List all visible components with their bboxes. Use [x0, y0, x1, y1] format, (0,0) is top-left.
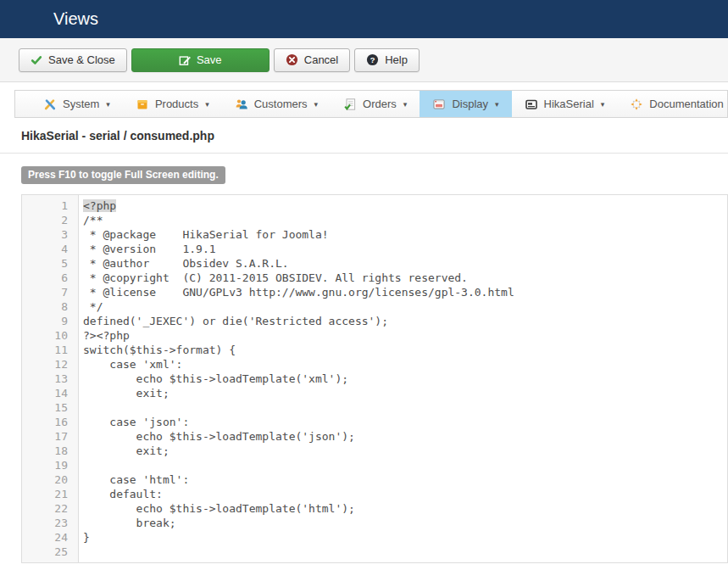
app-header: Views	[0, 0, 728, 38]
line-number: 5	[22, 256, 68, 271]
code-line[interactable]: defined('_JEXEC') or die('Restricted acc…	[83, 314, 727, 328]
component-menubar: System▾Products▾Customers▾Orders▾Display…	[14, 90, 728, 118]
line-number: 21	[22, 487, 68, 501]
help-button[interactable]: ?Help	[354, 48, 420, 72]
chevron-down-icon: ▾	[205, 100, 209, 109]
menu-item-label: Products	[155, 98, 198, 110]
line-number: 7	[22, 285, 68, 299]
help-icon: ?	[366, 53, 379, 66]
highlighted-token: <?php	[83, 199, 116, 212]
code-line[interactable]: * @author Obsidev S.A.R.L.	[83, 256, 727, 271]
chevron-down-icon: ▾	[106, 100, 110, 109]
line-number: 24	[22, 530, 68, 545]
code-line[interactable]: * @license GNU/GPLv3 http://www.gnu.org/…	[83, 285, 727, 299]
check-icon	[31, 54, 42, 66]
line-number: 14	[22, 386, 68, 400]
line-number: 23	[22, 516, 68, 530]
chevron-down-icon: ▾	[314, 100, 319, 109]
cancel-icon	[286, 53, 298, 66]
view-file-heading: HikaSerial - serial / consumed.php	[21, 129, 728, 142]
menu-item-documentation[interactable]: Documentation▾	[617, 91, 728, 117]
code-line[interactable]	[83, 458, 727, 472]
menu-item-label: Orders	[363, 98, 397, 110]
code-line[interactable]: echo $this->loadTemplate('html');	[83, 501, 727, 516]
menu-item-label: System	[63, 98, 99, 110]
chevron-down-icon: ▾	[601, 100, 605, 109]
line-number: 22	[22, 501, 68, 516]
line-number: 4	[22, 242, 68, 256]
code-line[interactable]: case 'xml':	[83, 357, 727, 372]
pinwheel-icon	[630, 98, 643, 111]
toolbar: Save & CloseSaveCancel?Help	[0, 38, 728, 82]
code-line[interactable]: echo $this->loadTemplate('json');	[83, 429, 727, 444]
menu-item-label: Customers	[254, 98, 308, 110]
line-number: 13	[22, 372, 68, 386]
line-number: 11	[22, 343, 68, 357]
code-line[interactable]: case 'json':	[83, 415, 727, 429]
code-line[interactable]: * @version 1.9.1	[83, 242, 727, 256]
save-close-button[interactable]: Save & Close	[19, 48, 127, 72]
code-line[interactable]: break;	[83, 516, 727, 530]
menu-item-customers[interactable]: Customers▾	[222, 91, 331, 117]
save-button[interactable]: Save	[131, 48, 270, 72]
code-line[interactable]: case 'html':	[83, 472, 727, 487]
code-line[interactable]	[83, 545, 727, 559]
pencil-icon	[179, 54, 191, 66]
heading-divider	[0, 153, 728, 154]
menu-item-label: Documentation	[649, 98, 723, 110]
line-number: 3	[22, 227, 68, 242]
display-icon	[432, 98, 446, 111]
code-line[interactable]: * @copyright (C) 2011-2015 OBSIDEV. All …	[83, 271, 727, 285]
code-line[interactable]: <?php	[83, 198, 727, 213]
chevron-down-icon: ▾	[403, 100, 408, 109]
monitor-icon	[525, 98, 538, 111]
users-icon	[235, 98, 248, 111]
menu-item-products[interactable]: Products▾	[123, 91, 222, 117]
menu-item-hikaserial[interactable]: HikaSerial▾	[512, 91, 618, 117]
code-line[interactable]: exit;	[83, 444, 727, 458]
menu-item-display[interactable]: Display▾	[420, 91, 511, 117]
menu-item-label: Display	[452, 98, 488, 110]
button-label: Save & Close	[48, 53, 115, 66]
editor-code-area[interactable]: <?php/** * @package HikaSerial for Jooml…	[79, 195, 727, 562]
tools-icon	[43, 98, 57, 111]
code-line[interactable]: default:	[83, 487, 727, 501]
line-number: 9	[22, 314, 68, 328]
button-label: Save	[197, 53, 222, 66]
line-number: 25	[22, 545, 68, 559]
menu-item-label: HikaSerial	[544, 98, 594, 110]
chevron-down-icon: ▾	[495, 100, 499, 109]
line-number: 6	[22, 271, 68, 285]
order-check-icon	[343, 98, 357, 111]
line-number: 19	[22, 458, 68, 472]
line-number: 15	[22, 400, 68, 415]
editor-gutter: 1234567891011121314151617181920212223242…	[22, 195, 79, 562]
code-line[interactable]: * @package HikaSerial for Joomla!	[83, 227, 727, 242]
line-number: 18	[22, 444, 68, 458]
button-label: Cancel	[304, 53, 338, 66]
code-line[interactable]	[83, 400, 727, 415]
code-line[interactable]: switch($this->format) {	[83, 343, 727, 357]
svg-text:?: ?	[370, 56, 375, 64]
code-line[interactable]: /**	[83, 213, 727, 227]
code-line[interactable]: }	[83, 530, 727, 545]
code-line[interactable]: ?><?php	[83, 328, 727, 343]
code-line[interactable]: echo $this->loadTemplate('xml');	[83, 372, 727, 386]
code-line[interactable]: */	[83, 299, 727, 314]
line-number: 2	[22, 213, 68, 227]
line-number: 8	[22, 299, 68, 314]
menu-item-orders[interactable]: Orders▾	[331, 91, 420, 117]
cancel-button[interactable]: Cancel	[274, 48, 350, 72]
line-number: 20	[22, 472, 68, 487]
line-number: 12	[22, 357, 68, 372]
page-title: Views	[53, 9, 98, 29]
button-label: Help	[385, 53, 408, 66]
line-number: 10	[22, 328, 68, 343]
line-number: 17	[22, 429, 68, 444]
line-number: 16	[22, 415, 68, 429]
code-line[interactable]: exit;	[83, 386, 727, 400]
code-editor[interactable]: 1234567891011121314151617181920212223242…	[21, 194, 728, 563]
line-number: 1	[22, 198, 68, 213]
fullscreen-hint-badge: Press F10 to toggle Full Screen editing.	[21, 166, 225, 184]
menu-item-system[interactable]: System▾	[31, 91, 123, 117]
